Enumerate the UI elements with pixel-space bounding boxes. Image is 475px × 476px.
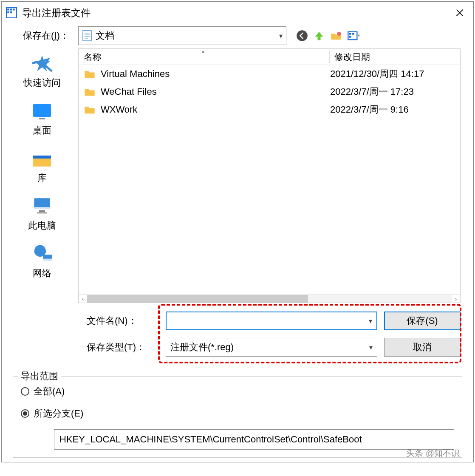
radio-selected-label: 所选分支(E) (34, 407, 83, 420)
sidebar-item-network[interactable]: 网络 (30, 243, 54, 280)
network-icon (30, 243, 54, 264)
export-dialog: 导出注册表文件 保存在(I)： 文档 ▾ 快速访问 (1, 1, 474, 462)
close-icon[interactable] (450, 3, 469, 22)
branch-path-input[interactable]: HKEY_LOCAL_MACHINE\SYSTEM\CurrentControl… (54, 429, 454, 450)
list-item[interactable]: WeChat Files 2022/3/7/周一 17:23 (79, 83, 460, 101)
svg-rect-4 (7, 11, 9, 13)
sidebar-label-libraries: 库 (37, 172, 47, 184)
sort-indicator-icon: ▴ (202, 48, 204, 54)
desktop-icon (30, 100, 54, 122)
svg-rect-26 (39, 210, 45, 212)
export-range-group: 导出范围 全部(A) 所选分支(E) HKEY_LOCAL_MACHINE\SY… (13, 376, 462, 458)
titlebar: 导出注册表文件 (2, 2, 473, 24)
libraries-icon (30, 148, 54, 169)
radio-selected-branch[interactable]: 所选分支(E) (21, 407, 454, 420)
window-title: 导出注册表文件 (22, 6, 450, 20)
location-label: 保存在(I)： (23, 29, 74, 42)
file-list[interactable]: Virtual Machines 2021/12/30/周四 14:17 WeC… (79, 65, 460, 294)
radio-icon (21, 409, 29, 418)
save-controls: 文件名(N)： ▾ 保存(S) 保存类型(T)： 注册文件(*.reg) ▾ 取… (2, 303, 473, 368)
back-icon[interactable] (296, 29, 308, 42)
folder-icon (84, 69, 96, 79)
svg-rect-2 (10, 8, 12, 10)
svg-rect-21 (33, 104, 51, 117)
svg-rect-22 (39, 118, 45, 119)
svg-rect-5 (10, 11, 12, 13)
save-button[interactable]: 保存(S) (384, 312, 461, 330)
location-value: 文档 (96, 29, 279, 42)
location-combo[interactable]: 文档 ▾ (78, 26, 286, 45)
svg-rect-18 (352, 33, 354, 35)
svg-rect-8 (83, 31, 91, 41)
list-item[interactable]: WXWork 2022/3/7/周一 9:16 (79, 101, 460, 119)
scroll-left-icon[interactable]: ‹ (79, 295, 87, 302)
export-range-legend: 导出范围 (18, 370, 61, 382)
sidebar-item-thispc[interactable]: 此电脑 (28, 196, 56, 232)
sidebar-label-desktop: 桌面 (33, 124, 51, 137)
radio-all[interactable]: 全部(A) (21, 385, 454, 398)
filename-label: 文件名(N)： (87, 314, 159, 327)
filetype-label: 保存类型(T)： (87, 341, 159, 354)
file-list-header: ▴ 名称 修改日期 (79, 49, 460, 65)
sidebar-label-quickaccess: 快速访问 (23, 76, 61, 89)
svg-rect-19 (349, 36, 351, 38)
file-date: 2021/12/30/周四 14:17 (330, 68, 455, 80)
filetype-combo[interactable]: 注册文件(*.reg) ▾ (166, 338, 377, 357)
svg-point-13 (297, 30, 308, 41)
new-folder-icon[interactable] (330, 29, 342, 42)
file-list-pane: ▴ 名称 修改日期 Virtual Machines 2021/12/30/周四… (78, 48, 461, 303)
column-date[interactable]: 修改日期 (329, 51, 460, 63)
svg-rect-14 (318, 36, 321, 40)
views-icon[interactable] (347, 29, 359, 42)
scroll-thumb[interactable] (87, 295, 308, 303)
location-row: 保存在(I)： 文档 ▾ (2, 24, 473, 48)
sidebar-item-quickaccess[interactable]: 快速访问 (23, 53, 61, 89)
quickaccess-icon (30, 53, 54, 74)
folder-icon (84, 87, 96, 97)
radio-all-label: 全部(A) (34, 385, 65, 398)
svg-rect-17 (349, 33, 351, 35)
app-icon (6, 7, 17, 18)
svg-rect-3 (13, 8, 14, 10)
filetype-value: 注册文件(*.reg) (170, 341, 234, 354)
cancel-button[interactable]: 取消 (384, 338, 461, 357)
file-name: WXWork (101, 104, 330, 115)
svg-rect-27 (37, 212, 47, 214)
places-sidebar: 快速访问 桌面 库 此电脑 网络 (6, 48, 78, 303)
chevron-down-icon: ▾ (279, 32, 283, 40)
folder-icon (84, 105, 96, 115)
document-icon (82, 30, 92, 42)
sidebar-label-network: 网络 (33, 267, 51, 280)
svg-rect-1 (7, 8, 9, 10)
list-item[interactable]: Virtual Machines 2021/12/30/周四 14:17 (79, 65, 460, 83)
sidebar-item-libraries[interactable]: 库 (30, 148, 54, 184)
sidebar-item-desktop[interactable]: 桌面 (30, 100, 54, 137)
svg-rect-30 (43, 259, 52, 261)
filename-input[interactable]: ▾ (166, 312, 377, 330)
chevron-down-icon: ▾ (369, 343, 373, 351)
thispc-icon (30, 196, 54, 217)
file-name: WeChat Files (101, 86, 330, 97)
svg-point-15 (337, 32, 341, 36)
watermark: 头条 @知不识 (406, 448, 460, 459)
svg-marker-20 (34, 55, 50, 71)
scroll-right-icon[interactable]: › (452, 295, 460, 302)
sidebar-label-thispc: 此电脑 (28, 219, 56, 232)
branch-path-value: HKEY_LOCAL_MACHINE\SYSTEM\CurrentControl… (59, 434, 362, 445)
file-date: 2022/3/7/周一 9:16 (330, 103, 455, 116)
up-icon[interactable] (313, 29, 325, 42)
file-date: 2022/3/7/周一 17:23 (330, 85, 455, 98)
chevron-down-icon: ▾ (369, 317, 372, 325)
svg-rect-23 (33, 156, 51, 159)
nav-toolbar (296, 29, 359, 42)
file-name: Virtual Machines (101, 68, 330, 79)
horizontal-scrollbar[interactable]: ‹ › (79, 294, 460, 303)
svg-rect-25 (34, 207, 50, 209)
radio-icon (21, 387, 29, 396)
